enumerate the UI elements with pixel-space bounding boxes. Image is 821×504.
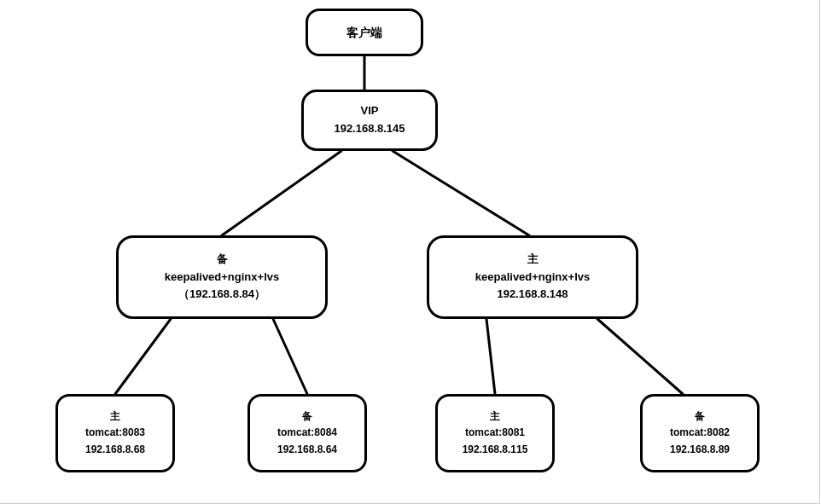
tomcat2-ip: 192.168.8.64 xyxy=(277,442,337,458)
tomcat2-node: 备 tomcat:8084 192.168.8.64 xyxy=(247,394,367,472)
diagram-canvas: 客户端 VIP 192.168.8.145 备 keepalived+nginx… xyxy=(0,0,820,504)
lb-master-role: 主 xyxy=(527,251,539,269)
tomcat2-service: tomcat:8084 xyxy=(277,425,337,441)
tomcat1-ip: 192.168.8.68 xyxy=(85,442,145,458)
tomcat1-role: 主 xyxy=(110,408,120,425)
tomcat2-role: 备 xyxy=(302,408,312,425)
svg-line-6 xyxy=(597,319,683,394)
vip-label: VIP xyxy=(361,102,379,120)
lb-master-stack: keepalived+nginx+lvs xyxy=(475,269,590,287)
client-node: 客户端 xyxy=(306,9,423,56)
client-label: 客户端 xyxy=(346,23,382,42)
tomcat4-node: 备 tomcat:8082 192.168.8.89 xyxy=(640,394,760,472)
tomcat1-service: tomcat:8083 xyxy=(85,425,145,441)
lb-backup-ip: （192.168.8.84） xyxy=(178,286,265,304)
svg-line-1 xyxy=(222,151,341,235)
lb-backup-node: 备 keepalived+nginx+lvs （192.168.8.84） xyxy=(116,235,328,319)
lb-backup-stack: keepalived+nginx+lvs xyxy=(165,269,279,287)
tomcat4-ip: 192.168.8.89 xyxy=(670,442,730,458)
tomcat3-role: 主 xyxy=(490,408,500,425)
lb-backup-role: 备 xyxy=(217,251,228,269)
svg-line-3 xyxy=(115,319,171,394)
tomcat1-node: 主 tomcat:8083 192.168.8.68 xyxy=(55,394,175,472)
vip-ip: 192.168.8.145 xyxy=(334,120,405,138)
tomcat4-service: tomcat:8082 xyxy=(670,425,730,441)
tomcat3-ip: 192.168.8.115 xyxy=(463,442,528,458)
svg-line-5 xyxy=(486,319,495,394)
vip-node: VIP 192.168.8.145 xyxy=(301,90,438,151)
tomcat3-service: tomcat:8081 xyxy=(465,425,525,441)
lb-master-node: 主 keepalived+nginx+lvs 192.168.8.148 xyxy=(427,235,638,319)
tomcat4-role: 备 xyxy=(695,408,705,425)
lb-master-ip: 192.168.8.148 xyxy=(497,286,568,304)
svg-line-2 xyxy=(393,151,529,235)
tomcat3-node: 主 tomcat:8081 192.168.8.115 xyxy=(435,394,555,472)
svg-line-4 xyxy=(273,319,307,394)
